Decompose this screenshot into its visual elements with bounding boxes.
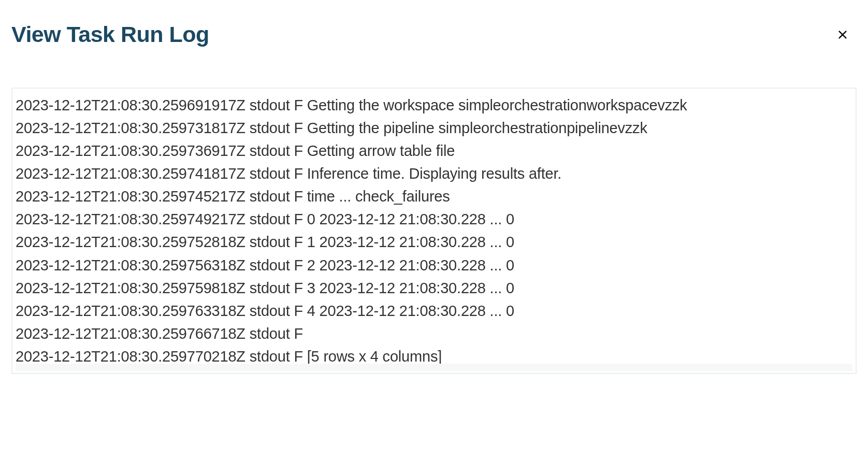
close-icon (837, 29, 848, 40)
log-line: 2023-12-12T21:08:30.259763318Z stdout F … (16, 299, 852, 322)
log-line: 2023-12-12T21:08:30.259741817Z stdout F … (16, 162, 852, 185)
log-line: 2023-12-12T21:08:30.259756318Z stdout F … (16, 254, 852, 277)
log-line: 2023-12-12T21:08:30.259731817Z stdout F … (16, 117, 852, 139)
close-button[interactable] (833, 25, 852, 45)
log-line: 2023-12-12T21:08:30.259691917Z stdout F … (16, 94, 852, 117)
log-line: 2023-12-12T21:08:30.259745217Z stdout F … (16, 185, 852, 208)
log-line: 2023-12-12T21:08:30.259752818Z stdout F … (16, 231, 852, 253)
log-output-container: 2023-12-12T21:08:30.259691917Z stdout F … (11, 88, 857, 374)
dialog-title: View Task Run Log (11, 22, 209, 47)
log-line: 2023-12-12T21:08:30.259749217Z stdout F … (16, 208, 852, 231)
log-lines: 2023-12-12T21:08:30.259691917Z stdout F … (16, 94, 852, 368)
log-line: 2023-12-12T21:08:30.259766718Z stdout F (16, 322, 852, 345)
dialog-header: View Task Run Log (0, 0, 868, 47)
horizontal-scroll-track[interactable] (16, 364, 852, 371)
log-line: 2023-12-12T21:08:30.259759818Z stdout F … (16, 277, 852, 299)
log-line: 2023-12-12T21:08:30.259736917Z stdout F … (16, 139, 852, 162)
